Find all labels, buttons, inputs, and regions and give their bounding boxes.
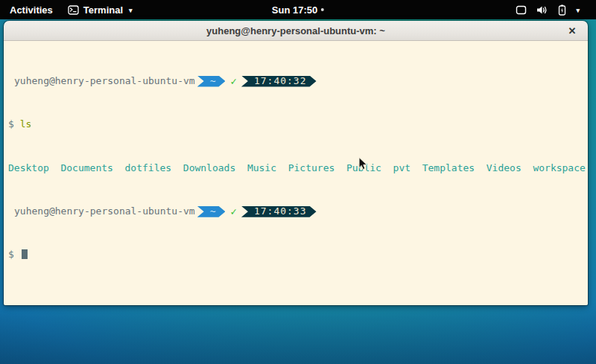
window-title: yuheng@henry-personal-ubuntu-vm: ~ (206, 25, 385, 36)
close-icon[interactable]: ✕ (565, 24, 579, 37)
app-menu-label: Terminal (83, 4, 123, 16)
powerline-time-segment: 17:40:32 (241, 76, 317, 87)
terminal-icon (68, 5, 79, 15)
mouse-pointer-icon (358, 157, 369, 173)
text-cursor (22, 249, 28, 259)
app-menu-button[interactable]: Terminal ▾ (60, 0, 140, 19)
status-check-icon: ✓ (230, 206, 236, 217)
volume-icon (536, 5, 548, 15)
powerline-path-segment: ~ (197, 206, 226, 217)
ls-output-line: Desktop Documents dotfiles Downloads Mus… (8, 163, 585, 174)
chevron-down-icon: ▾ (576, 7, 580, 14)
prompt-symbol: $ (8, 118, 14, 130)
chevron-down-icon: ▾ (129, 7, 133, 14)
prompt-line: yuheng@henry-personal-ubuntu-vm ~ ✓ 17:4… (8, 76, 585, 87)
input-line[interactable]: $ (8, 249, 585, 261)
window-titlebar[interactable]: yuheng@henry-personal-ubuntu-vm: ~ ✕ (4, 21, 588, 41)
status-check-icon: ✓ (230, 76, 236, 87)
clock-label: Sun 17:50 (272, 4, 317, 16)
powerline-path-segment: ~ (197, 76, 226, 87)
terminal-window: yuheng@henry-personal-ubuntu-vm: ~ ✕ yuh… (4, 21, 588, 305)
display-icon (516, 5, 527, 15)
command-text: ls (20, 118, 32, 130)
prompt-time: 17:40:32 (254, 76, 307, 87)
system-tray-button[interactable]: ▾ (508, 0, 596, 19)
clock-button[interactable]: Sun 17:50 (266, 0, 330, 19)
activities-button[interactable]: Activities (0, 0, 60, 19)
prompt-line: yuheng@henry-personal-ubuntu-vm ~ ✓ 17:4… (8, 206, 585, 217)
terminal-content[interactable]: yuheng@henry-personal-ubuntu-vm ~ ✓ 17:4… (4, 41, 588, 305)
prompt-user: yuheng@henry-personal-ubuntu-vm (14, 76, 195, 87)
top-bar: Activities Terminal ▾ Sun 17:50 (0, 0, 596, 19)
prompt-time: 17:40:33 (254, 206, 307, 217)
desktop-background: yuheng@henry-personal-ubuntu-vm: ~ ✕ yuh… (0, 19, 596, 364)
prompt-symbol: $ (8, 249, 14, 260)
command-line: $ ls (8, 119, 585, 130)
notification-dot-icon (321, 8, 324, 11)
prompt-user: yuheng@henry-personal-ubuntu-vm (14, 206, 195, 217)
screen: Activities Terminal ▾ Sun 17:50 (0, 0, 596, 364)
powerline-time-segment: 17:40:33 (241, 206, 317, 217)
battery-charging-icon (558, 4, 566, 16)
